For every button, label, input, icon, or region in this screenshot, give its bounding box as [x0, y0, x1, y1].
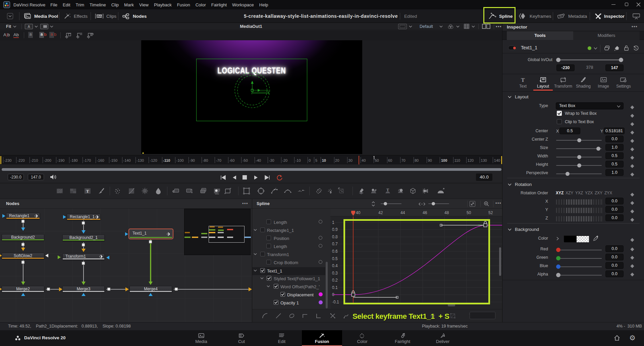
- svg-text:T: T: [86, 189, 89, 194]
- svg-text:T: T: [521, 77, 525, 83]
- svg-text:T: T: [386, 188, 389, 192]
